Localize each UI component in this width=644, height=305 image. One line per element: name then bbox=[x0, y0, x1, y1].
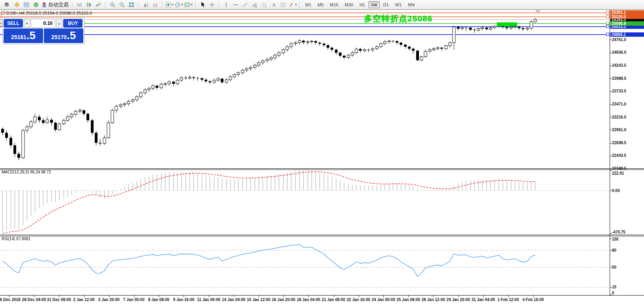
dropdown-caret-icon[interactable]: ▾ bbox=[295, 3, 297, 6]
time-axis-label: 26 Dec 2018 bbox=[0, 297, 21, 302]
sell-price-fraction: .5 bbox=[26, 29, 36, 42]
zoom-out-icon bbox=[119, 2, 125, 8]
buy-price-fraction: .5 bbox=[67, 29, 76, 42]
time-axis-label: 7 Jan 00:00 bbox=[123, 297, 145, 302]
rsi-axis-tick: 50 bbox=[612, 265, 616, 269]
crosshair-icon bbox=[209, 2, 215, 8]
zoom-in-icon[interactable] bbox=[108, 1, 117, 9]
market-watch-icon bbox=[14, 2, 20, 8]
tile-windows-icon[interactable] bbox=[127, 1, 136, 9]
equidistant-channel-icon: E bbox=[252, 2, 258, 8]
sell-price-button[interactable]: 25161.5 bbox=[4, 28, 43, 43]
svg-text:T: T bbox=[282, 3, 284, 7]
rsi-axis-tick: 100 bbox=[612, 237, 619, 241]
toolbar-separator bbox=[72, 2, 73, 8]
volume-increase-button[interactable]: ▲ bbox=[56, 19, 62, 28]
auto-scroll-icon bbox=[143, 2, 149, 8]
navigator-icon[interactable] bbox=[32, 1, 40, 9]
auto-scroll-icon[interactable] bbox=[141, 1, 150, 9]
buy-button[interactable]: BUY bbox=[63, 19, 83, 28]
crosshair-icon[interactable] bbox=[208, 1, 216, 9]
toolbar-separator bbox=[219, 2, 220, 8]
text-icon: A bbox=[270, 2, 277, 8]
data-window-icon bbox=[23, 2, 30, 8]
bar-chart-icon[interactable] bbox=[75, 1, 84, 9]
horizontal-line-icon[interactable] bbox=[231, 1, 240, 9]
periods-icon bbox=[175, 2, 181, 8]
price-axis-tick: 23988.5 bbox=[612, 76, 626, 81]
timeframe-button-h1[interactable]: H1 bbox=[357, 1, 368, 8]
timeframe-button-mn[interactable]: MN bbox=[405, 1, 417, 8]
macd-indicator-label: MACD(12,26,9) 96.24 98.72 bbox=[2, 170, 51, 174]
cursor-icon[interactable] bbox=[198, 1, 207, 9]
timeframe-button-d1[interactable]: D1 bbox=[381, 1, 392, 8]
toolbar-separator bbox=[138, 2, 139, 8]
dropdown-caret-icon[interactable]: ▾ bbox=[172, 3, 173, 6]
autotrading-button[interactable]: 自动交易 bbox=[41, 1, 69, 9]
rsi-axis-tick: 15 bbox=[612, 285, 616, 289]
text-icon[interactable]: A bbox=[269, 1, 278, 9]
dropdown-caret-icon[interactable]: ▾ bbox=[191, 3, 192, 6]
arrows-icon[interactable]: ▾ bbox=[288, 1, 297, 9]
new-order-button[interactable]: 单 bbox=[2, 1, 12, 9]
autotrading-icon bbox=[41, 2, 47, 8]
volume-decrease-button[interactable]: ▼ bbox=[24, 19, 30, 28]
market-watch-icon[interactable] bbox=[13, 1, 21, 9]
price-axis-tick: 24243.5 bbox=[612, 63, 626, 68]
price-axis-tick: 22698.5 bbox=[612, 141, 626, 145]
pivot-annotation-text: 多空转折点25086 bbox=[364, 13, 432, 24]
dropdown-caret-icon[interactable]: ▾ bbox=[181, 3, 183, 6]
rsi-axis-tick: 0 bbox=[612, 291, 614, 295]
time-axis-label: 18 Jan 04:00 bbox=[297, 297, 321, 302]
svg-text:A: A bbox=[272, 2, 276, 8]
trendline-icon bbox=[242, 2, 248, 8]
indicators-icon[interactable]: ▾ bbox=[165, 1, 174, 9]
horizontal-line-icon bbox=[233, 2, 239, 8]
templates-icon bbox=[184, 2, 190, 8]
price-axis-tick: 22188.5 bbox=[612, 166, 626, 171]
sell-button[interactable]: SELL bbox=[4, 19, 23, 28]
price-axis-tick: 22961.0 bbox=[612, 128, 626, 132]
chart-window-icon bbox=[2, 11, 5, 15]
templates-icon[interactable]: ▾ bbox=[184, 1, 193, 9]
fibonacci-icon[interactable]: F bbox=[260, 1, 268, 9]
chart-canvas[interactable] bbox=[0, 0, 644, 305]
timeframe-button-m15[interactable]: M15 bbox=[327, 1, 341, 8]
buy-price-main: 25170 bbox=[51, 28, 67, 40]
buy-price-button[interactable]: 25170.5 bbox=[44, 28, 83, 43]
text-label-icon: T bbox=[280, 2, 286, 8]
timeframe-button-w1[interactable]: W1 bbox=[392, 1, 405, 8]
time-axis-label: 28 Jan 12:00 bbox=[422, 297, 445, 302]
time-axis-label: 2 Jan 12:00 bbox=[73, 297, 95, 302]
zoom-out-icon[interactable] bbox=[118, 1, 126, 9]
time-axis-label: 14 Jan 04:00 bbox=[222, 297, 246, 302]
rsi-axis-tick: 80 bbox=[612, 248, 616, 252]
data-window-icon[interactable] bbox=[22, 1, 31, 9]
volume-input[interactable] bbox=[31, 19, 55, 28]
time-axis-label: 16 Jan 20:00 bbox=[272, 297, 295, 302]
time-axis-label: 9 Jan 16:00 bbox=[173, 297, 194, 302]
time-axis-label: 22 Jan 16:00 bbox=[347, 297, 370, 302]
timeframe-button-m30[interactable]: M30 bbox=[342, 1, 356, 8]
periods-icon[interactable]: ▾ bbox=[175, 1, 183, 9]
timeframe-button-m1[interactable]: M1 bbox=[302, 1, 314, 8]
price-axis-tick: 22443.5 bbox=[612, 153, 626, 158]
sell-price-main: 25161 bbox=[11, 28, 26, 40]
fibonacci-icon: F bbox=[261, 2, 267, 8]
time-axis-label: 3 Jan 20:00 bbox=[98, 297, 120, 302]
trendline-icon[interactable] bbox=[241, 1, 250, 9]
timeframe-button-m5[interactable]: M5 bbox=[315, 1, 326, 8]
macd-axis-tick: 0.00 bbox=[612, 188, 620, 193]
time-axis-label: 31 Dec 08:00 bbox=[47, 297, 71, 302]
vertical-line-icon[interactable] bbox=[222, 1, 231, 9]
time-axis-label: 28 Dec 04:00 bbox=[22, 297, 46, 302]
line-chart-icon[interactable] bbox=[94, 1, 103, 9]
price-line-label-resistance: 25220.0 bbox=[610, 15, 644, 19]
equidistant-channel-icon[interactable]: E bbox=[250, 1, 259, 9]
text-label-icon[interactable]: T bbox=[279, 1, 287, 9]
timeframe-button-h4[interactable]: H4 bbox=[368, 1, 379, 8]
rsi-indicator-label: RSI(14) 67.8681 bbox=[2, 237, 30, 241]
chart-shift-icon[interactable] bbox=[151, 1, 160, 9]
candlestick-icon[interactable] bbox=[84, 1, 93, 9]
price-axis-tick: 23216.0 bbox=[612, 115, 626, 119]
